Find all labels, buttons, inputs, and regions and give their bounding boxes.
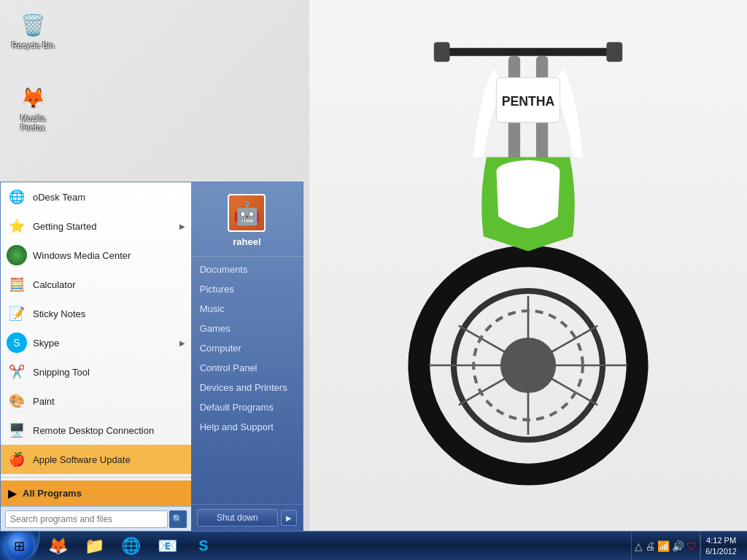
right-item-pictures[interactable]: Pictures — [191, 279, 303, 299]
menu-item-apple-update[interactable]: 🍎 Apple Software Update — [1, 445, 191, 474]
rdc-label: Remote Desktop Connection — [33, 425, 185, 436]
start-menu: 🌐 oDesk Team ⭐ Getting Started ▶ Windows… — [0, 182, 303, 531]
menu-item-snipping[interactable]: ✂️ Snipping Tool — [1, 357, 191, 386]
user-profile: 🤖 raheel — [191, 188, 303, 257]
right-item-music[interactable]: Music — [191, 299, 303, 319]
right-item-games[interactable]: Games — [191, 319, 303, 338]
user-avatar: 🤖 — [228, 194, 266, 232]
right-item-default-programs[interactable]: Default Programs — [191, 397, 303, 417]
menu-divider — [1, 477, 191, 478]
all-programs-label: All Programs — [23, 488, 82, 499]
tray-expand-icon[interactable]: △ — [635, 540, 643, 552]
wmc-icon — [7, 245, 27, 265]
menu-item-wmc[interactable]: Windows Media Center — [1, 241, 191, 270]
start-menu-right-panel: 🤖 raheel Documents Pictures Music Games … — [191, 182, 303, 531]
getting-started-label: Getting Started — [33, 221, 179, 232]
snipping-label: Snipping Tool — [33, 367, 185, 378]
right-item-computer[interactable]: Computer — [191, 338, 303, 358]
taskbar-email[interactable]: 📧 — [150, 533, 184, 559]
svg-rect-1 — [434, 42, 450, 62]
getting-started-icon: ⭐ — [7, 216, 27, 236]
menu-item-getting-started[interactable]: ⭐ Getting Started ▶ — [1, 211, 191, 241]
svg-text:PENTHA: PENTHA — [502, 94, 555, 109]
sticky-label: Sticky Notes — [33, 308, 185, 319]
right-item-devices-printers[interactable]: Devices and Printers — [191, 378, 303, 397]
svg-rect-2 — [606, 42, 622, 62]
username: raheel — [233, 236, 260, 247]
snipping-icon: ✂️ — [7, 362, 27, 382]
desktop-background: PENTHA — [309, 0, 747, 532]
search-input[interactable] — [5, 510, 168, 528]
apple-update-label: Apple Software Update — [33, 454, 185, 465]
notification-area: △ 🖨 📶 🔊 🛡 — [631, 533, 700, 559]
desktop: PENTHA 🗑️ Recycle Bin 🦊 Mozilla Firefox … — [0, 0, 747, 560]
taskbar: ⊞ 🦊 📁 🌐 📧 S △ 🖨 📶 🔊 🛡 4:12 PM 6/1/2012 — [0, 531, 747, 560]
right-item-control-panel[interactable]: Control Panel — [191, 358, 303, 378]
right-item-documents[interactable]: Documents — [191, 260, 303, 279]
menu-item-odesk[interactable]: 🌐 oDesk Team — [1, 182, 191, 211]
sticky-icon: 📝 — [7, 303, 27, 324]
paint-label: Paint — [33, 396, 185, 407]
apple-update-icon: 🍎 — [7, 449, 27, 470]
tray-printer-icon[interactable]: 🖨 — [645, 540, 655, 552]
paint-icon: 🎨 — [7, 391, 27, 411]
search-button[interactable]: 🔍 — [169, 510, 187, 528]
menu-item-calculator[interactable]: 🧮 Calculator — [1, 270, 191, 299]
svg-rect-0 — [439, 48, 618, 56]
right-item-help-support[interactable]: Help and Support — [191, 417, 303, 437]
menu-item-rdc[interactable]: 🖥️ Remote Desktop Connection — [1, 416, 191, 445]
all-programs-icon: ▶ — [8, 486, 17, 500]
clock-date: 6/1/2012 — [705, 546, 737, 556]
taskbar-network[interactable]: 🌐 — [114, 533, 147, 559]
shutdown-button[interactable]: Shut down — [197, 509, 278, 526]
odesk-label: oDesk Team — [33, 192, 185, 203]
firefox-icon: 🦊 — [18, 83, 47, 112]
skype-icon: S — [7, 332, 27, 353]
desktop-icon-firefox[interactable]: 🦊 Mozilla Firefox — [7, 80, 58, 136]
start-button[interactable]: ⊞ — [0, 532, 39, 561]
taskbar-right-area: △ 🖨 📶 🔊 🛡 4:12 PM 6/1/2012 — [625, 532, 747, 561]
taskbar-skype[interactable]: S — [187, 533, 220, 559]
recycle-bin-icon: 🗑️ — [18, 10, 47, 39]
taskbar-firefox[interactable]: 🦊 — [41, 533, 74, 559]
tray-network-icon[interactable]: 📶 — [657, 540, 670, 552]
desktop-icon-recycle-bin[interactable]: 🗑️ Recycle Bin — [7, 7, 58, 53]
taskbar-explorer[interactable]: 📁 — [77, 533, 111, 559]
all-programs-item[interactable]: ▶ All Programs — [1, 481, 191, 506]
wmc-label: Windows Media Center — [33, 250, 185, 261]
odesk-icon: 🌐 — [7, 187, 27, 207]
clock-time: 4:12 PM — [706, 535, 736, 545]
skype-label: Skype — [33, 338, 179, 349]
system-clock[interactable]: 4:12 PM 6/1/2012 — [700, 535, 741, 556]
calculator-label: Calculator — [33, 279, 185, 290]
skype-arrow: ▶ — [179, 339, 185, 347]
firefox-label: Mozilla Firefox — [20, 114, 45, 133]
menu-item-sticky[interactable]: 📝 Sticky Notes — [1, 299, 191, 328]
start-orb-icon: ⊞ — [6, 532, 34, 560]
recycle-bin-label: Recycle Bin — [12, 41, 54, 50]
start-menu-left-panel: 🌐 oDesk Team ⭐ Getting Started ▶ Windows… — [1, 182, 191, 531]
calculator-icon: 🧮 — [7, 274, 27, 295]
menu-item-paint[interactable]: 🎨 Paint — [1, 386, 191, 416]
menu-item-skype[interactable]: S Skype ▶ — [1, 328, 191, 357]
shutdown-arrow-button[interactable]: ▶ — [281, 510, 297, 526]
shutdown-area: Shut down ▶ — [191, 504, 303, 531]
tray-volume-icon[interactable]: 🔊 — [672, 540, 684, 552]
search-bar: 🔍 — [1, 506, 191, 531]
rdc-icon: 🖥️ — [7, 420, 27, 440]
getting-started-arrow: ▶ — [179, 222, 185, 230]
tray-security-icon[interactable]: 🛡 — [686, 540, 697, 552]
